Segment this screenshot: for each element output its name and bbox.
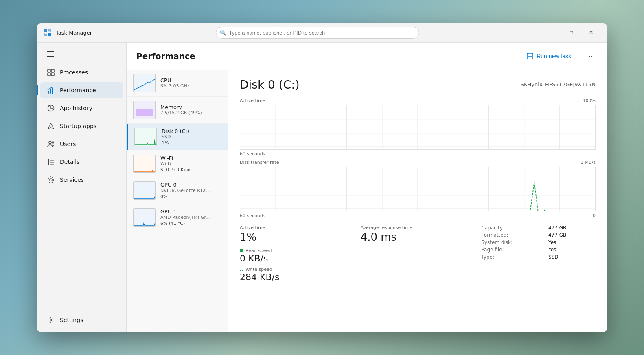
sidebar: Processes Performance bbox=[37, 43, 127, 332]
svg-rect-8 bbox=[51, 69, 54, 72]
detail-val-page-file: Yes bbox=[548, 247, 596, 253]
device-item-disk0[interactable]: Disk 0 (C:) SSD 1% bbox=[127, 124, 228, 150]
read-speed-value: 0 KB/s bbox=[240, 253, 354, 264]
sidebar-item-startup-apps[interactable]: Startup apps bbox=[40, 118, 123, 134]
svg-rect-9 bbox=[48, 73, 50, 76]
gpu0-sub: NVIDIA GeForce RTX... bbox=[160, 188, 221, 193]
hamburger-icon bbox=[47, 51, 54, 59]
startup-apps-icon bbox=[47, 122, 55, 130]
svg-rect-18 bbox=[50, 160, 54, 161]
svg-rect-31 bbox=[136, 109, 153, 116]
device-item-gpu1[interactable]: GPU 1 AMD Radeon(TM) Gr... 6% (41 °C) bbox=[127, 204, 228, 231]
cpu-thumbnail bbox=[133, 74, 156, 92]
svg-rect-17 bbox=[48, 159, 49, 161]
close-button[interactable]: ✕ bbox=[582, 26, 600, 39]
wifi-name: Wi-Fi bbox=[160, 155, 221, 161]
cpu-sub: 6% 3.03 GHz bbox=[160, 83, 221, 89]
detail-val-system-disk: Yes bbox=[548, 240, 596, 245]
panel-title: Performance bbox=[136, 51, 195, 61]
window-controls: — □ ✕ bbox=[543, 26, 600, 39]
transfer-rate-label-row: Disk transfer rate 1 MB/s bbox=[240, 160, 596, 165]
svg-rect-29 bbox=[134, 74, 155, 92]
device-item-cpu[interactable]: CPU 6% 3.03 GHz bbox=[127, 70, 228, 97]
disk0-name: Disk 0 (C:) bbox=[162, 128, 221, 134]
transfer-60s: 60 seconds bbox=[240, 213, 265, 218]
memory-name: Memory bbox=[160, 104, 221, 110]
gpu1-thumbnail bbox=[133, 208, 156, 227]
transfer-rate-max: 1 MB/s bbox=[580, 160, 596, 165]
svg-rect-34 bbox=[134, 155, 155, 172]
sidebar-item-services[interactable]: Services bbox=[40, 172, 123, 188]
device-list: CPU 6% 3.03 GHz bbox=[127, 70, 228, 332]
run-new-task-button[interactable]: Run new task bbox=[523, 50, 575, 62]
sidebar-item-details[interactable]: Details bbox=[40, 154, 123, 170]
transfer-rate-label: Disk transfer rate bbox=[240, 160, 279, 165]
device-item-wifi[interactable]: Wi-Fi Wi-Fi S: 0 R: 0 Kbps bbox=[127, 150, 228, 177]
panel-header: Performance Run new task ⋯ bbox=[127, 43, 607, 70]
active-time-stat-label: Active time bbox=[240, 225, 354, 230]
maximize-button[interactable]: □ bbox=[562, 26, 581, 39]
run-task-icon bbox=[527, 53, 533, 59]
minimize-button[interactable]: — bbox=[543, 26, 561, 39]
sidebar-item-app-history[interactable]: App history bbox=[40, 100, 123, 116]
gpu1-val: 6% (41 °C) bbox=[160, 221, 221, 226]
sidebar-item-users[interactable]: Users bbox=[40, 136, 123, 152]
write-speed-label: Write speed bbox=[240, 267, 354, 272]
search-input[interactable] bbox=[216, 27, 419, 39]
app-title: Task Manager bbox=[56, 30, 92, 36]
active-time-max: 100% bbox=[583, 98, 596, 103]
gpu1-name: GPU 1 bbox=[160, 209, 221, 215]
transfer-rate-chart bbox=[240, 167, 596, 211]
main-panel: Performance Run new task ⋯ bbox=[127, 43, 607, 332]
svg-rect-20 bbox=[50, 162, 54, 163]
write-dot bbox=[240, 268, 243, 271]
sidebar-item-settings[interactable]: Settings bbox=[40, 312, 123, 328]
detail-key-type: Type: bbox=[481, 254, 542, 260]
hamburger-button[interactable] bbox=[40, 47, 123, 63]
write-speed-item: Write speed 284 KB/s bbox=[240, 267, 354, 282]
sidebar-label-app-history: App history bbox=[60, 105, 92, 111]
memory-info: Memory 7.5/15.2 GB (49%) bbox=[160, 104, 221, 115]
processes-icon bbox=[47, 68, 55, 76]
disk0-info: Disk 0 (C:) SSD 1% bbox=[162, 128, 221, 146]
transfer-rate-section: Disk transfer rate 1 MB/s bbox=[240, 160, 596, 218]
write-speed-value: 284 KB/s bbox=[240, 272, 354, 282]
svg-rect-33 bbox=[135, 128, 156, 146]
svg-rect-36 bbox=[134, 209, 155, 226]
cpu-name: CPU bbox=[160, 77, 221, 83]
sidebar-item-processes[interactable]: Processes bbox=[40, 64, 123, 81]
disk0-sub: SSD bbox=[162, 134, 221, 139]
sidebar-label-services: Services bbox=[60, 176, 84, 183]
settings-icon bbox=[47, 316, 55, 324]
svg-point-25 bbox=[50, 319, 52, 321]
disk-title: Disk 0 (C:) bbox=[240, 78, 300, 91]
sidebar-item-performance[interactable]: Performance bbox=[40, 82, 123, 98]
active-time-stat-value: 1% bbox=[240, 231, 354, 243]
users-icon bbox=[47, 140, 55, 148]
device-item-gpu0[interactable]: GPU 0 NVIDIA GeForce RTX... 0% bbox=[127, 177, 228, 204]
svg-rect-3 bbox=[48, 33, 51, 36]
more-options-button[interactable]: ⋯ bbox=[582, 49, 597, 63]
read-speed-item: Read speed 0 KB/s bbox=[240, 248, 354, 264]
search-icon: 🔍 bbox=[220, 30, 226, 36]
disk-detail-panel: Disk 0 (C:) SKHynix_HFS512GEJ9X115N Acti… bbox=[228, 70, 607, 332]
sidebar-label-details: Details bbox=[60, 159, 80, 165]
transfer-zero: 0 bbox=[593, 213, 596, 218]
panel-actions: Run new task ⋯ bbox=[523, 49, 597, 63]
detail-key-capacity: Capacity: bbox=[481, 225, 542, 231]
detail-val-capacity: 477 GB bbox=[548, 225, 596, 231]
disk-details-section: Capacity: 477 GB Formatted: 477 GB Syste… bbox=[481, 225, 596, 282]
detail-key-formatted: Formatted: bbox=[481, 232, 542, 238]
svg-rect-12 bbox=[50, 89, 51, 94]
stat-active-time: Active time 1% Read speed 0 KB/s bbox=[240, 225, 354, 282]
speed-row: Read speed 0 KB/s Write speed 28 bbox=[240, 248, 354, 282]
content-area: Processes Performance bbox=[37, 43, 607, 332]
svg-rect-5 bbox=[47, 54, 54, 54]
sidebar-label-performance: Performance bbox=[60, 87, 96, 94]
device-item-memory[interactable]: Memory 7.5/15.2 GB (49%) bbox=[127, 97, 228, 124]
app-icon bbox=[44, 28, 52, 37]
detail-key-system-disk: System disk: bbox=[481, 240, 542, 245]
detail-val-type: SSD bbox=[548, 254, 596, 260]
svg-rect-22 bbox=[50, 164, 54, 165]
gpu0-name: GPU 0 bbox=[160, 182, 221, 188]
